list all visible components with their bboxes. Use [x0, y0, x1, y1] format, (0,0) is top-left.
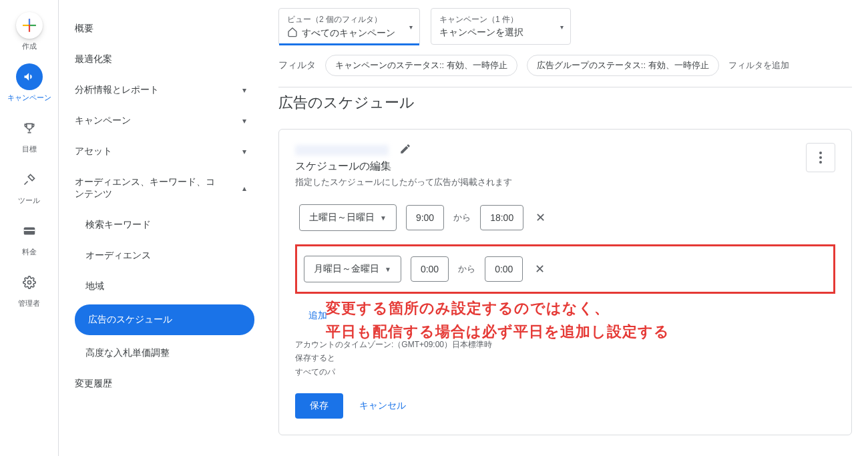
chevron-up-icon: ▴: [242, 184, 246, 193]
pencil-icon[interactable]: [399, 143, 411, 157]
nav-reports-label: 分析情報とレポート: [75, 84, 159, 96]
annotation-text: 変更する箇所のみ設定するのではなく、 平日も配信する場合は必ず平日を追加し設定す…: [326, 296, 670, 343]
rail-admin[interactable]: 管理者: [16, 269, 43, 308]
svg-rect-1: [23, 230, 35, 231]
nav-bid-adj[interactable]: 高度な入札単価調整: [59, 338, 262, 369]
card-subdesc: 指定したスケジュールにしたがって広告が掲載されます: [295, 176, 512, 188]
end-time-input[interactable]: 18:00: [480, 205, 523, 230]
schedule-card: スケジュールの編集 指定したスケジュールにしたがって広告が掲載されます 土曜日～…: [278, 129, 852, 435]
start-time-value: 9:00: [416, 212, 434, 223]
end-time-value: 18:00: [490, 212, 513, 223]
rail-fee-label: 料金: [22, 247, 37, 257]
nav-audience-label: オーディエンス: [85, 250, 151, 262]
nav-campaign[interactable]: キャンペーン▾: [59, 105, 262, 136]
campaign-selector[interactable]: キャンペーン（1 件） キャンペーンを選択 ▾: [431, 8, 571, 45]
nav-search-kw[interactable]: 検索キーワード: [59, 210, 262, 240]
caret-down-icon: ▾: [560, 23, 564, 30]
start-time-input[interactable]: 0:00: [411, 256, 449, 282]
filter-label: フィルタ: [278, 59, 316, 71]
save-button[interactable]: 保存: [295, 393, 343, 419]
blurred-campaign-name: [295, 145, 389, 156]
nav-region[interactable]: 地域: [59, 271, 262, 302]
more-button[interactable]: [806, 143, 835, 172]
rail-create-label: 作成: [22, 41, 37, 51]
more-vertical-icon: [819, 152, 822, 164]
plus-icon: [16, 12, 43, 39]
nav-bid-adj-label: 高度な入札単価調整: [85, 347, 170, 359]
view-selector-value: すべてのキャンペーン: [302, 27, 395, 39]
megaphone-icon: [16, 63, 43, 90]
view-selector-label: ビュー（2 個のフィルタ）: [287, 14, 395, 25]
main: ビュー（2 個のフィルタ） すべてのキャンペーン ▾ キャンペーン（1 件） キ…: [262, 0, 868, 456]
nav-history-label: 変更履歴: [75, 378, 112, 390]
cancel-button[interactable]: キャンセル: [359, 400, 406, 412]
nav-history[interactable]: 変更履歴: [59, 369, 262, 399]
filter-add[interactable]: フィルタを追加: [728, 59, 789, 71]
between-label: から: [453, 212, 471, 224]
rail-create[interactable]: 作成: [16, 12, 43, 51]
start-time-input[interactable]: 9:00: [406, 205, 444, 230]
timezone-info: アカウントのタイムゾーン:（GMT+09:00）日本標準時 保存すると すべての…: [295, 338, 835, 379]
caret-down-icon: ▼: [380, 214, 387, 222]
view-selector[interactable]: ビュー（2 個のフィルタ） すべてのキャンペーン ▾: [278, 8, 420, 45]
card-subtitle: スケジュールの編集: [295, 160, 512, 174]
page-title: 広告のスケジュール: [278, 87, 852, 129]
nav-audience-kw[interactable]: オーディエンス、キーワード、コンテンツ▴: [59, 167, 262, 210]
days-value: 月曜日～金曜日: [314, 263, 379, 275]
rail-tool[interactable]: ツール: [16, 166, 43, 206]
days-select[interactable]: 月曜日～金曜日▼: [304, 256, 401, 282]
filter-chip-adgroup-status[interactable]: 広告グループのステータス:: 有効、一時停止: [527, 55, 719, 76]
days-value: 土曜日～日曜日: [309, 212, 375, 224]
campaign-selector-value: キャンペーンを選択: [439, 27, 523, 39]
tz-line3: すべてのパ: [295, 365, 835, 379]
nav-overview[interactable]: 概要: [59, 13, 262, 44]
rail-admin-label: 管理者: [18, 298, 40, 308]
svg-point-2: [27, 281, 31, 284]
caret-down-icon: ▾: [409, 23, 413, 31]
nav-overview-label: 概要: [75, 23, 93, 35]
nav-ad-schedule[interactable]: 広告のスケジュール: [75, 304, 254, 335]
rail-goal[interactable]: 目標: [16, 115, 43, 154]
rail-goal-label: 目標: [22, 144, 37, 154]
topbar: ビュー（2 個のフィルタ） すべてのキャンペーン ▾ キャンペーン（1 件） キ…: [278, 0, 852, 51]
gear-icon: [16, 269, 43, 296]
start-time-value: 0:00: [421, 264, 439, 274]
chevron-down-icon: ▾: [242, 85, 246, 95]
rail-campaign-label: キャンペーン: [7, 93, 51, 103]
rail-campaign[interactable]: キャンペーン: [7, 63, 51, 103]
between-label: から: [458, 263, 475, 275]
nav-audience[interactable]: オーディエンス: [59, 240, 262, 271]
nav-region-label: 地域: [85, 280, 104, 292]
remove-row-button[interactable]: ✕: [533, 208, 548, 228]
sidebar: 概要 最適化案 分析情報とレポート▾ キャンペーン▾ アセット▾ オーディエンス…: [59, 0, 262, 456]
days-select[interactable]: 土曜日～日曜日▼: [299, 204, 397, 231]
caret-down-icon: ▼: [385, 266, 391, 273]
nav-optimization[interactable]: 最適化案: [59, 44, 262, 75]
filter-chip-campaign-status[interactable]: キャンペーンのステータス:: 有効、一時停止: [325, 55, 517, 76]
filter-row: フィルタ キャンペーンのステータス:: 有効、一時停止 広告グループのステータス…: [278, 51, 852, 87]
chevron-down-icon: ▾: [242, 116, 246, 126]
schedule-row-highlighted: 月曜日～金曜日▼ 0:00 から 0:00 ✕: [295, 244, 835, 294]
annotation-line1: 変更する箇所のみ設定するのではなく、: [326, 296, 670, 320]
rail-fee[interactable]: 料金: [16, 218, 43, 257]
tools-icon: [16, 166, 43, 193]
nav-reports[interactable]: 分析情報とレポート▾: [59, 75, 262, 105]
chevron-down-icon: ▾: [242, 147, 246, 156]
schedule-row: 土曜日～日曜日▼ 9:00 から 18:00 ✕: [295, 200, 835, 235]
add-schedule-link[interactable]: 追加: [308, 310, 327, 322]
nav-ad-schedule-label: 広告のスケジュール: [88, 314, 172, 324]
trophy-icon: [16, 115, 43, 142]
end-time-input[interactable]: 0:00: [485, 256, 523, 282]
card-icon: [16, 218, 43, 244]
campaign-selector-label: キャンペーン（1 件）: [439, 14, 546, 25]
home-icon: [287, 27, 298, 39]
nav-asset-label: アセット: [75, 146, 112, 158]
remove-row-button[interactable]: ✕: [532, 259, 548, 279]
nav-audience-kw-label: オーディエンス、キーワード、コンテンツ: [75, 176, 222, 200]
nav-optimization-label: 最適化案: [75, 53, 112, 65]
nav-asset[interactable]: アセット▾: [59, 136, 262, 167]
tz-line2: 保存すると: [295, 351, 835, 365]
left-rail: 作成 キャンペーン 目標 ツール 料金: [0, 0, 59, 456]
nav-campaign-label: キャンペーン: [75, 115, 131, 127]
annotation-line2: 平日も配信する場合は必ず平日を追加し設定する: [326, 320, 670, 343]
